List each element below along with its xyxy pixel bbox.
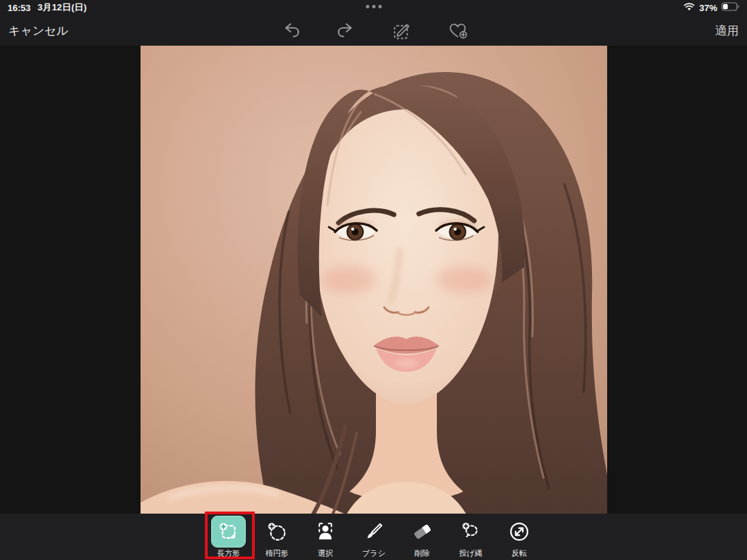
tool-ellipse-label: 楕円形 (266, 549, 289, 558)
tool-rectangle-label: 長方形 (217, 549, 240, 558)
tool-brush[interactable]: ブラシ (350, 514, 398, 560)
battery-percent: 37% (699, 3, 717, 13)
status-time: 16:53 (8, 3, 30, 13)
top-bar: 16:53 3月12日(日) 37% キャンセル (0, 0, 747, 46)
tool-erase-label: 削除 (415, 549, 430, 558)
brush-icon (363, 521, 384, 542)
tool-ellipse-tile (260, 516, 294, 548)
invert-selection-icon (509, 521, 530, 542)
multitask-dots-icon (366, 5, 381, 8)
rectangle-marquee-icon (218, 521, 239, 542)
tool-rectangle-tile (211, 516, 246, 548)
tool-invert[interactable]: 反転 (495, 514, 543, 560)
tool-subject-select-label: 選択 (318, 549, 333, 558)
status-date: 3月12日(日) (37, 1, 87, 14)
editor-canvas-area (0, 46, 747, 514)
tool-subject-select[interactable]: 選択 (301, 514, 350, 560)
subject-select-icon (315, 521, 336, 542)
tool-erase-tile (405, 516, 440, 548)
tool-lasso[interactable]: 投げ縄 (447, 514, 495, 560)
tool-brush-tile (357, 516, 391, 548)
tool-ellipse[interactable]: 楕円形 (253, 514, 301, 560)
ellipse-marquee-icon (267, 521, 287, 542)
apply-button[interactable]: 適用 (715, 23, 739, 39)
battery-icon (721, 2, 739, 13)
tool-rectangle[interactable]: 長方形 (204, 514, 253, 560)
undo-icon[interactable] (280, 20, 301, 41)
eraser-icon (412, 521, 433, 542)
heart-add-icon[interactable] (447, 20, 467, 41)
tool-subject-select-tile (308, 516, 343, 548)
tool-invert-tile (502, 516, 537, 548)
editor-nav-bar: キャンセル (0, 15, 747, 46)
wifi-icon (683, 3, 695, 13)
status-bar: 16:53 3月12日(日) 37% (0, 0, 747, 15)
tool-erase[interactable]: 削除 (398, 514, 447, 560)
selection-tools-bar: 長方形 楕円形 (0, 514, 747, 560)
portrait-image[interactable] (141, 46, 607, 514)
redo-icon[interactable] (336, 20, 357, 41)
tool-lasso-label: 投げ縄 (459, 549, 482, 558)
tool-lasso-tile (453, 516, 488, 548)
tool-invert-label: 反転 (512, 549, 527, 558)
edit-pencil-square-icon[interactable] (391, 20, 412, 41)
cancel-button[interactable]: キャンセル (8, 23, 69, 39)
lasso-icon (460, 521, 481, 542)
tool-brush-label: ブラシ (362, 549, 386, 558)
